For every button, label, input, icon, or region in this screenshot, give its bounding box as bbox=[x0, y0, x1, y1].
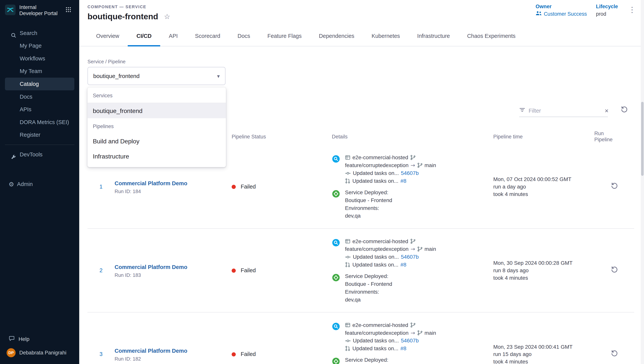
cd-stage-icon bbox=[332, 274, 340, 304]
tab-kubernetes[interactable]: Kubernetes bbox=[363, 26, 408, 46]
app-title: Internal Developer Portal bbox=[19, 4, 59, 17]
app-root: Internal Developer Portal Search My Page… bbox=[0, 0, 644, 364]
entity-tabs: Overview CI/CD API Scorecard Docs Featur… bbox=[79, 26, 644, 46]
filter-icon bbox=[519, 107, 525, 114]
tab-scorecard[interactable]: Scorecard bbox=[186, 26, 229, 46]
clear-filter-icon[interactable]: ✕ bbox=[604, 108, 609, 114]
sidebar-item-my-page[interactable]: My Page bbox=[5, 40, 74, 52]
pipeline-run-row: 2 Commercial Platform Demo Run ID: 183 F… bbox=[88, 229, 634, 312]
brand: Internal Developer Portal bbox=[0, 0, 79, 21]
pr-message: Updated tasks on... bbox=[352, 177, 398, 185]
dropdown-option-infrastructure[interactable]: Infrastructure bbox=[88, 149, 226, 164]
run-id: Run ID: 183 bbox=[114, 272, 232, 278]
pr-number-link[interactable]: #8 bbox=[400, 177, 406, 185]
tab-chaos-experiments[interactable]: Chaos Experiments bbox=[458, 26, 524, 46]
sidebar-nav: Search My Page Workflows My Team Catalog… bbox=[0, 27, 79, 190]
commit-icon bbox=[345, 254, 351, 260]
col-pipeline-status: Pipeline Status bbox=[232, 134, 332, 140]
details-cell: e2e-commercial-hosted feature/corruptede… bbox=[332, 154, 493, 220]
run-index-link[interactable]: 2 bbox=[88, 267, 115, 274]
sidebar-item-dora-metrics[interactable]: DORA Metrics (SEI) bbox=[5, 116, 74, 129]
refresh-icon[interactable] bbox=[620, 106, 628, 116]
help-button[interactable]: Help bbox=[0, 333, 79, 345]
deployed-label: Service Deployed: bbox=[345, 188, 388, 196]
status-label: Failed bbox=[241, 351, 256, 357]
col-details: Details bbox=[332, 134, 493, 140]
owner-label: Owner bbox=[536, 4, 587, 9]
rerun-pipeline-icon[interactable] bbox=[610, 349, 618, 359]
status-label: Failed bbox=[241, 267, 256, 274]
pipeline-time-cell: Mon, 23 Sep 2024 00:00:41 GMT run 15 day… bbox=[493, 343, 594, 364]
sidebar-item-workflows[interactable]: Workflows bbox=[5, 52, 74, 65]
pull-request-icon bbox=[345, 262, 350, 267]
sidebar-item-docs[interactable]: Docs bbox=[5, 90, 74, 103]
filter-input[interactable] bbox=[528, 108, 601, 114]
sidebar-bottom: Help DP Debabrata Panigrahi bbox=[0, 333, 79, 360]
user-menu[interactable]: DP Debabrata Panigrahi bbox=[0, 345, 79, 360]
app-switcher-grid-icon[interactable] bbox=[66, 6, 71, 14]
status-cell: Failed bbox=[232, 184, 332, 190]
pr-message: Updated tasks on... bbox=[352, 261, 398, 268]
pr-message: Updated tasks on... bbox=[352, 344, 398, 352]
rerun-pipeline-icon[interactable] bbox=[610, 182, 618, 192]
run-duration: took 4 minutes bbox=[493, 358, 594, 364]
environments-value: dev,qa bbox=[345, 212, 360, 220]
sidebar-item-my-team[interactable]: My Team bbox=[5, 65, 74, 78]
environments-value: dev,qa bbox=[345, 296, 360, 304]
git-branch-icon bbox=[417, 330, 422, 336]
branch-from: feature/corruptedexception bbox=[345, 329, 408, 337]
pipeline-name-link[interactable]: Commercial Platform Demo bbox=[114, 264, 187, 270]
sidebar-item-search[interactable]: Search bbox=[5, 27, 74, 40]
pipeline-time-cell: Mon, 07 Oct 2024 00:00:52 GMT run a day … bbox=[493, 176, 594, 198]
owner-link[interactable]: Customer Success bbox=[536, 11, 587, 17]
tab-feature-flags[interactable]: Feature Flags bbox=[259, 26, 310, 46]
dropdown-option-boutique-frontend[interactable]: boutique_frontend bbox=[88, 103, 226, 118]
run-duration: took 4 minutes bbox=[493, 274, 594, 282]
tab-cicd[interactable]: CI/CD bbox=[128, 26, 160, 46]
sidebar-item-register[interactable]: Register bbox=[5, 128, 74, 141]
branch-to: main bbox=[424, 245, 436, 253]
pipeline-name-link[interactable]: Commercial Platform Demo bbox=[114, 348, 187, 354]
pr-number-link[interactable]: #8 bbox=[400, 344, 406, 352]
sidebar-item-admin[interactable]: ⚙ Admin bbox=[0, 178, 79, 190]
owner-block: Owner Customer Success bbox=[536, 4, 587, 17]
rerun-pipeline-icon[interactable] bbox=[610, 266, 618, 276]
run-index-link[interactable]: 1 bbox=[88, 184, 115, 190]
kebab-menu-icon[interactable]: ⋮ bbox=[628, 5, 636, 14]
status-label: Failed bbox=[241, 184, 256, 190]
pipeline-select-value: boutique_frontend bbox=[93, 73, 217, 79]
idp-logo-icon bbox=[5, 4, 16, 17]
scrollbar-thumb[interactable] bbox=[641, 102, 644, 176]
pipeline-name-link[interactable]: Commercial Platform Demo bbox=[114, 180, 187, 186]
commit-icon bbox=[345, 170, 351, 176]
tab-infrastructure[interactable]: Infrastructure bbox=[408, 26, 458, 46]
cd-stage-icon bbox=[332, 190, 340, 220]
sidebar-item-apis[interactable]: APIs bbox=[5, 103, 74, 116]
run-index-link[interactable]: 3 bbox=[88, 351, 115, 357]
sidebar-item-devtools[interactable]: DevTools bbox=[5, 148, 74, 161]
pr-number-link[interactable]: #8 bbox=[400, 261, 406, 268]
favorite-star-icon[interactable]: ☆ bbox=[164, 13, 170, 20]
wrench-icon bbox=[11, 152, 16, 164]
filter-box: ✕ bbox=[519, 107, 608, 117]
commit-hash-link[interactable]: 54607b bbox=[401, 169, 418, 177]
gear-icon: ⚙ bbox=[8, 178, 14, 190]
tab-docs[interactable]: Docs bbox=[229, 26, 259, 46]
tab-api[interactable]: API bbox=[160, 26, 186, 46]
pipeline-select[interactable]: boutique_frontend ▾ bbox=[88, 67, 226, 85]
tab-overview[interactable]: Overview bbox=[88, 26, 128, 46]
sidebar-item-catalog[interactable]: Catalog bbox=[5, 78, 74, 90]
dropdown-option-build-and-deploy[interactable]: Build and Deploy bbox=[88, 134, 226, 148]
chevron-down-icon: ▾ bbox=[217, 73, 220, 79]
col-run-pipeline: Run Pipeline bbox=[594, 130, 620, 143]
run-duration: took 4 minutes bbox=[493, 190, 594, 198]
tab-dependencies[interactable]: Dependencies bbox=[310, 26, 363, 46]
run-ago: run a day ago bbox=[493, 183, 594, 190]
pipeline-run-row: 3 Commercial Platform Demo Run ID: 182 F… bbox=[88, 312, 634, 364]
commit-hash-link[interactable]: 54607b bbox=[401, 253, 418, 261]
commit-hash-link[interactable]: 54607b bbox=[401, 337, 418, 344]
owner-value: Customer Success bbox=[544, 11, 587, 17]
sidebar-item-label: Docs bbox=[20, 94, 32, 100]
page-header: COMPONENT — SERVICE boutique-frontend ☆ … bbox=[79, 0, 644, 26]
sidebar-item-label: Search bbox=[20, 30, 37, 36]
